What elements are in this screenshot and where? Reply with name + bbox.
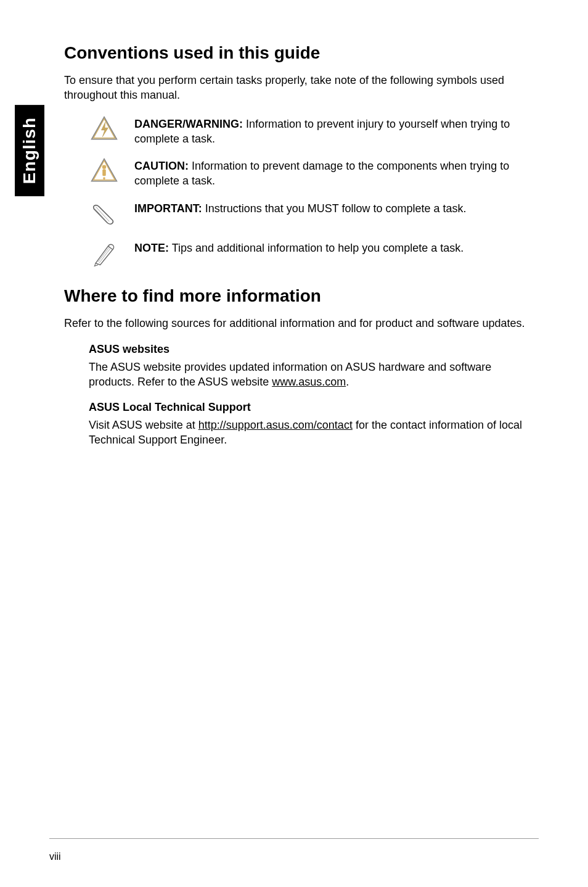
- page-content: Conventions used in this guide To ensure…: [0, 0, 588, 447]
- page-footer: viii: [0, 838, 588, 862]
- where-intro: Refer to the following sources for addit…: [64, 316, 539, 331]
- convention-danger: DANGER/WARNING: Information to prevent i…: [64, 115, 539, 147]
- asus-websites-text-post: .: [346, 376, 349, 388]
- convention-note: NOTE: Tips and additional information to…: [64, 239, 539, 268]
- asus-websites-heading: ASUS websites: [89, 343, 539, 356]
- convention-important: IMPORTANT: Instructions that you MUST fo…: [64, 200, 539, 228]
- svg-point-4: [102, 165, 106, 169]
- convention-caution: CAUTION: Information to prevent damage t…: [64, 157, 539, 189]
- danger-label: DANGER/WARNING:: [134, 118, 243, 130]
- asus-support-link[interactable]: http://support.asus.com/contact: [198, 419, 353, 431]
- svg-rect-5: [102, 170, 106, 176]
- important-icon: [89, 200, 120, 228]
- svg-point-6: [103, 177, 105, 179]
- asus-websites-block: ASUS websites The ASUS website provides …: [64, 343, 539, 390]
- caution-icon: [89, 157, 120, 186]
- lightning-icon: [89, 115, 120, 144]
- page-number: viii: [49, 851, 539, 862]
- asus-support-block: ASUS Local Technical Support Visit ASUS …: [64, 401, 539, 448]
- conventions-intro: To ensure that you perform certain tasks…: [64, 73, 539, 103]
- language-tab: English: [15, 105, 44, 196]
- asus-support-text-pre: Visit ASUS website at: [89, 419, 198, 431]
- important-text: Instructions that you MUST follow to com…: [202, 202, 467, 215]
- note-icon: [89, 239, 120, 268]
- note-label: NOTE:: [134, 242, 169, 254]
- footer-divider: [49, 838, 539, 839]
- important-label: IMPORTANT:: [134, 202, 202, 215]
- where-heading: Where to find more information: [64, 286, 539, 306]
- caution-label: CAUTION:: [134, 160, 189, 172]
- caution-text: Information to prevent damage to the com…: [134, 160, 509, 187]
- asus-support-heading: ASUS Local Technical Support: [89, 401, 539, 414]
- conventions-heading: Conventions used in this guide: [64, 43, 539, 63]
- asus-website-link[interactable]: www.asus.com: [272, 376, 346, 388]
- note-text: Tips and additional information to help …: [169, 242, 463, 254]
